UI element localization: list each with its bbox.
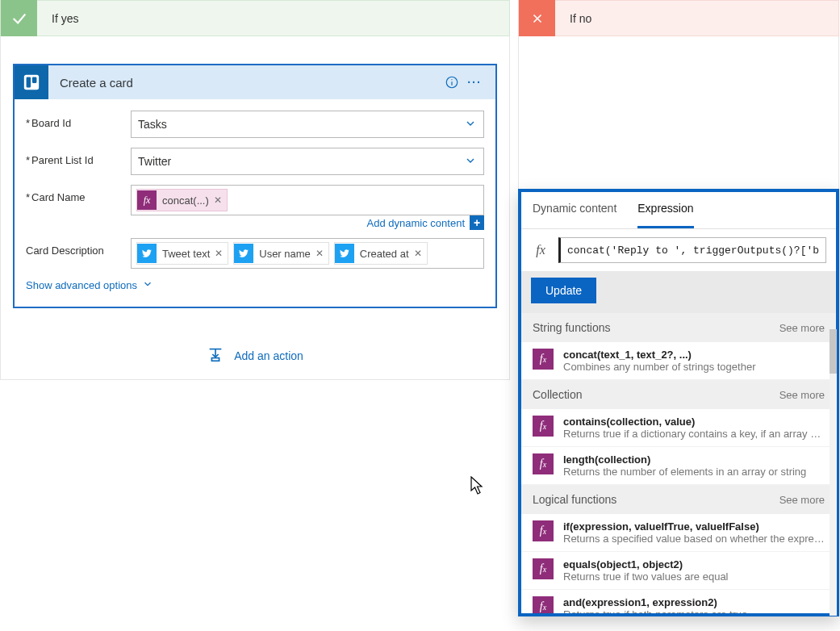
- function-description: Returns true if both parameters are true: [563, 608, 825, 613]
- field-parent-list-id: *Parent List Id Twitter: [26, 148, 484, 175]
- svg-rect-0: [24, 75, 39, 90]
- description-token[interactable]: Created at✕: [334, 242, 428, 265]
- tab-expression[interactable]: Expression: [637, 202, 693, 228]
- close-icon: [519, 0, 555, 36]
- function-text: if(expression, valueIfTrue, valueIfFalse…: [563, 520, 825, 545]
- svg-rect-1: [27, 77, 31, 88]
- fx-icon: fx: [533, 596, 554, 613]
- card-name-label: *Card Name: [26, 185, 131, 203]
- card-name-input[interactable]: fx concat(...) ✕: [131, 185, 484, 215]
- fx-icon: fx: [533, 520, 554, 541]
- function-signature: equals(object1, object2): [563, 558, 825, 570]
- function-item[interactable]: fxcontains(collection, value)Returns tru…: [521, 409, 836, 447]
- expression-tabs: Dynamic content Expression: [521, 192, 836, 229]
- add-dynamic-content-link[interactable]: Add dynamic content: [367, 217, 465, 229]
- fx-icon: fx: [531, 243, 550, 257]
- field-card-description: Card Description Tweet text✕User name✕Cr…: [26, 238, 484, 269]
- card-name-concat-token[interactable]: fx concat(...) ✕: [136, 189, 228, 211]
- if-yes-branch: If yes Create a card ··· *Board Id Tasks: [0, 0, 510, 366]
- function-text: equals(object1, object2)Returns true if …: [563, 558, 825, 583]
- function-item[interactable]: fxconcat(text_1, text_2?, ...)Combines a…: [521, 342, 836, 380]
- function-item[interactable]: fxequals(object1, object2)Returns true i…: [521, 552, 836, 590]
- see-more-link[interactable]: See more: [779, 389, 825, 401]
- chevron-down-icon: [464, 117, 477, 132]
- function-text: length(collection)Returns the number of …: [563, 453, 825, 478]
- function-text: concat(text_1, text_2?, ...)Combines any…: [563, 349, 825, 373]
- info-icon[interactable]: [441, 71, 463, 94]
- function-signature: contains(collection, value): [563, 416, 825, 428]
- show-advanced-options[interactable]: Show advanced options: [26, 278, 484, 292]
- chevron-down-icon: [464, 154, 477, 169]
- see-more-link[interactable]: See more: [779, 494, 825, 506]
- fx-icon: fx: [533, 558, 554, 579]
- fx-icon: fx: [533, 416, 554, 437]
- check-icon: [1, 0, 37, 36]
- expression-input-row: fx: [521, 229, 836, 271]
- see-more-link[interactable]: See more: [779, 322, 825, 334]
- update-bar: Update: [521, 271, 836, 313]
- insert-step-icon: [207, 345, 224, 366]
- parent-list-id-label-text: Parent List Id: [31, 154, 94, 166]
- add-dynamic-content-row: Add dynamic content +: [131, 215, 484, 230]
- card-description-label: Card Description: [26, 238, 131, 257]
- function-description: Returns true if two values are equal: [563, 570, 825, 583]
- action-title: Create a card: [48, 76, 441, 90]
- card-name-label-text: Card Name: [31, 191, 85, 203]
- parent-list-id-select[interactable]: Twitter: [131, 148, 484, 175]
- close-icon[interactable]: ✕: [414, 248, 422, 259]
- function-item[interactable]: fxand(expression1, expression2)Returns t…: [521, 590, 836, 613]
- function-description: Combines any number of strings together: [563, 361, 825, 373]
- plus-icon[interactable]: +: [470, 215, 484, 230]
- svg-point-5: [451, 79, 452, 80]
- card-name-token-label: concat(...): [162, 194, 209, 207]
- twitter-icon: [335, 244, 354, 263]
- if-yes-title: If yes: [37, 12, 78, 25]
- if-no-title: If no: [555, 12, 591, 25]
- fx-icon: fx: [533, 453, 554, 474]
- expression-editor-popup: Dynamic content Expression fx Update Str…: [518, 189, 839, 616]
- parent-list-id-value: Twitter: [138, 155, 171, 168]
- chevron-down-icon: [142, 278, 153, 292]
- token-label: User name: [259, 248, 311, 260]
- function-group-title: Collection: [533, 388, 582, 401]
- svg-rect-2: [32, 77, 36, 83]
- field-board-id: *Board Id Tasks: [26, 111, 484, 138]
- function-item[interactable]: fxif(expression, valueIfTrue, valueIfFal…: [521, 514, 836, 552]
- card-description-input[interactable]: Tweet text✕User name✕Created at✕: [131, 238, 484, 269]
- parent-list-id-label: *Parent List Id: [26, 148, 131, 166]
- close-icon[interactable]: ✕: [214, 194, 222, 206]
- function-group-title: Logical functions: [533, 493, 616, 506]
- update-button[interactable]: Update: [531, 278, 596, 303]
- description-token[interactable]: User name✕: [233, 242, 329, 265]
- board-id-label: *Board Id: [26, 111, 131, 129]
- function-group-header: CollectionSee more: [521, 380, 836, 409]
- more-icon[interactable]: ···: [463, 71, 486, 94]
- mouse-cursor: [470, 476, 485, 498]
- function-group-header: Logical functionsSee more: [521, 485, 836, 514]
- if-yes-header[interactable]: If yes: [0, 0, 510, 36]
- function-group-title: String functions: [533, 321, 611, 334]
- fx-icon: fx: [533, 349, 554, 370]
- board-id-select[interactable]: Tasks: [131, 111, 484, 138]
- svg-rect-8: [212, 358, 219, 361]
- close-icon[interactable]: ✕: [215, 248, 223, 259]
- action-header[interactable]: Create a card ···: [15, 65, 495, 99]
- description-token[interactable]: Tweet text✕: [136, 242, 228, 265]
- add-an-action[interactable]: Add an action: [0, 345, 510, 366]
- function-list[interactable]: String functionsSee morefxconcat(text_1,…: [521, 313, 836, 613]
- create-a-card-action: Create a card ··· *Board Id Tasks: [13, 64, 497, 308]
- close-icon[interactable]: ✕: [316, 248, 324, 259]
- function-text: contains(collection, value)Returns true …: [563, 416, 825, 440]
- scrollbar[interactable]: [830, 329, 837, 616]
- expression-input[interactable]: [558, 237, 826, 263]
- scrollbar-thumb[interactable]: [830, 329, 837, 374]
- action-body: *Board Id Tasks *Parent List Id Twitter: [15, 99, 495, 307]
- function-signature: if(expression, valueIfTrue, valueIfFalse…: [563, 520, 825, 533]
- function-description: Returns the number of elements in an arr…: [563, 466, 825, 478]
- tab-dynamic-content[interactable]: Dynamic content: [533, 202, 616, 228]
- function-description: Returns true if a dictionary contains a …: [563, 428, 825, 440]
- token-label: Created at: [360, 248, 409, 260]
- function-signature: concat(text_1, text_2?, ...): [563, 349, 825, 361]
- function-item[interactable]: fxlength(collection)Returns the number o…: [521, 447, 836, 485]
- if-no-header[interactable]: If no: [518, 0, 839, 36]
